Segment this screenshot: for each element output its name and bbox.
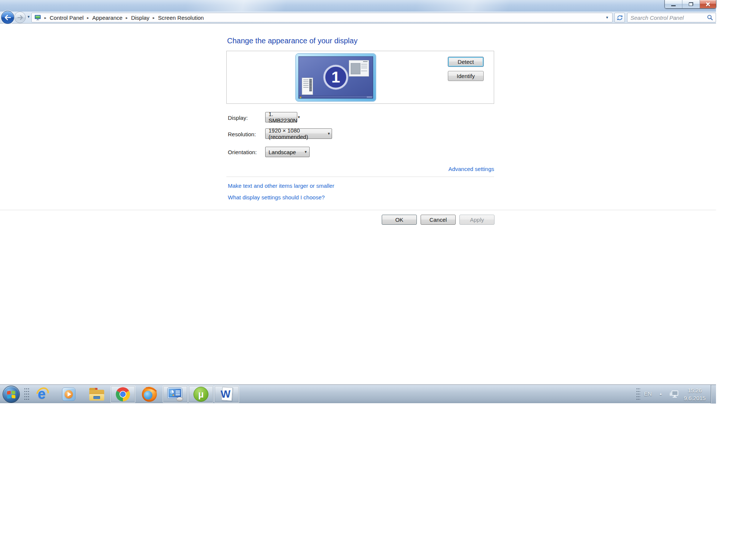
- show-hidden-icons-button[interactable]: ▲: [656, 390, 666, 398]
- restore-icon: [689, 2, 693, 6]
- footer-separator: [0, 210, 716, 210]
- utorrent-icon: µ: [193, 387, 208, 402]
- minimize-button[interactable]: [665, 0, 682, 8]
- apply-button-disabled: Apply: [459, 215, 495, 225]
- ok-button[interactable]: OK: [382, 215, 417, 225]
- display-label: Display:: [228, 115, 248, 121]
- taskbar: e: [0, 385, 716, 403]
- display-dropdown-value: 1. SMB2230N: [269, 111, 297, 124]
- mini-window-icon: [349, 60, 369, 77]
- chevron-down-icon: ▼: [326, 132, 332, 136]
- taskbar-item-firefox[interactable]: [142, 387, 157, 402]
- breadcrumb-item-screen-resolution[interactable]: Screen Resolution: [158, 15, 204, 21]
- forward-arrow-icon: [17, 15, 23, 20]
- chevron-down-icon: ▼: [302, 150, 309, 154]
- restore-button[interactable]: [682, 0, 700, 8]
- taskbar-item-utorrent-open[interactable]: µ: [189, 386, 213, 403]
- tray-time: 15:26: [681, 386, 708, 394]
- search-box: [627, 13, 716, 22]
- refresh-button[interactable]: [614, 13, 625, 22]
- tray-date: 9.6.2015: [681, 394, 708, 402]
- taskbar-item-chrome-open[interactable]: [111, 386, 135, 403]
- monitor-number: 1: [331, 68, 340, 86]
- breadcrumb-separator-icon: ▸: [153, 16, 155, 20]
- close-icon: [705, 1, 711, 7]
- firefox-icon: [142, 387, 157, 402]
- back-arrow-icon: [4, 15, 11, 20]
- show-desktop-button[interactable]: [711, 385, 716, 404]
- monitor-preview[interactable]: 1: [295, 53, 376, 102]
- refresh-icon: [617, 15, 623, 21]
- internet-explorer-icon: e: [35, 387, 51, 402]
- display-settings-icon: [167, 387, 183, 401]
- minimize-icon: [671, 5, 676, 6]
- breadcrumb-separator-icon: ▸: [126, 16, 128, 20]
- breadcrumb-item-display[interactable]: Display: [131, 15, 149, 21]
- chevron-down-icon: ▼: [297, 115, 301, 119]
- window-titlebar: [0, 0, 716, 12]
- detect-button[interactable]: Detect: [448, 57, 484, 67]
- resolution-label: Resolution:: [228, 131, 256, 137]
- word-icon: W: [219, 387, 234, 402]
- mini-taskbar-icon: [299, 96, 373, 98]
- orientation-dropdown-value: Landscape: [269, 149, 296, 155]
- breadcrumb-item-appearance[interactable]: Appearance: [92, 15, 123, 21]
- taskbar-item-display-settings-open[interactable]: [163, 386, 187, 403]
- forward-button-disabled[interactable]: [14, 12, 26, 23]
- back-button[interactable]: [1, 11, 14, 24]
- language-indicator[interactable]: EN: [644, 391, 652, 397]
- resolution-dropdown[interactable]: 1920 × 1080 (recommended) ▼: [265, 128, 332, 139]
- network-tray-icon[interactable]: [669, 389, 679, 401]
- address-bar[interactable]: ▸ Control Panel ▸ Appearance ▸ Display ▸…: [31, 13, 613, 22]
- content-separator: [226, 177, 494, 177]
- screenshot-area: ▼ ▸ Control Panel ▸ Appearance ▸ Display…: [0, 0, 716, 403]
- breadcrumb-separator-icon: ▸: [44, 16, 46, 20]
- monitor-preview-panel: 1 Detect Identify: [226, 51, 494, 104]
- taskbar-item-media-player[interactable]: [62, 388, 75, 401]
- chrome-icon: [116, 387, 130, 401]
- display-dropdown[interactable]: 1. SMB2230N ▼: [265, 112, 297, 122]
- breadcrumb-separator-icon: ▸: [87, 16, 89, 20]
- close-button[interactable]: [700, 0, 716, 8]
- taskbar-item-explorer[interactable]: [89, 388, 105, 401]
- advanced-settings-link[interactable]: Advanced settings: [226, 166, 494, 172]
- resolution-dropdown-value: 1920 × 1080 (recommended): [269, 127, 326, 140]
- breadcrumb-item-control-panel[interactable]: Control Panel: [50, 15, 84, 21]
- cancel-button[interactable]: Cancel: [421, 215, 456, 225]
- control-panel-icon: [34, 15, 41, 21]
- window-controls: [664, 0, 716, 9]
- taskbar-item-word-open[interactable]: W: [214, 386, 239, 403]
- page-title: Change the appearance of your display: [227, 37, 357, 45]
- address-dropdown-icon[interactable]: ▼: [605, 16, 612, 19]
- make-text-larger-link[interactable]: Make text and other items larger or smal…: [228, 183, 334, 189]
- search-input[interactable]: [627, 15, 707, 21]
- mini-panel-icon: [302, 78, 313, 95]
- orientation-dropdown[interactable]: Landscape ▼: [265, 147, 310, 157]
- recent-pages-chevron-icon[interactable]: ▼: [27, 15, 30, 19]
- search-icon[interactable]: [707, 15, 716, 21]
- what-settings-link[interactable]: What display settings should I choose?: [228, 194, 325, 200]
- desktop-canvas: ▼ ▸ Control Panel ▸ Appearance ▸ Display…: [0, 0, 747, 560]
- orientation-label: Orientation:: [228, 149, 257, 155]
- tray-clock[interactable]: 15:26 9.6.2015: [681, 386, 708, 402]
- media-player-icon: [62, 388, 75, 401]
- windows-logo-icon: [7, 391, 16, 398]
- start-button[interactable]: [3, 386, 20, 403]
- tray-grip-handle[interactable]: [636, 388, 641, 401]
- taskbar-item-internet-explorer[interactable]: e: [35, 387, 51, 402]
- taskbar-grip-handle[interactable]: [24, 388, 30, 401]
- monitor-number-badge: 1: [323, 65, 348, 89]
- folder-icon: [89, 388, 105, 401]
- monitor-screen: 1: [298, 56, 373, 99]
- identify-button[interactable]: Identify: [448, 71, 484, 81]
